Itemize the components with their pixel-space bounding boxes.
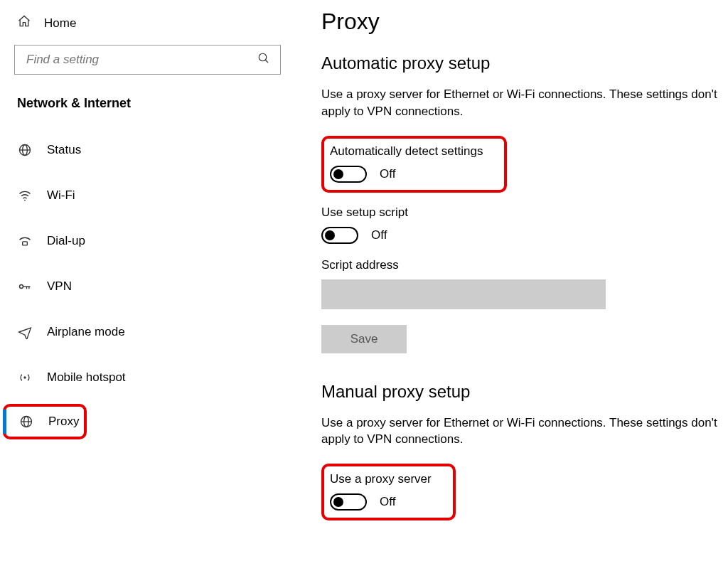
- setup-script-toggle[interactable]: [321, 227, 358, 244]
- sidebar-item-hotspot[interactable]: Mobile hotspot: [0, 358, 284, 397]
- use-proxy-toggle[interactable]: [330, 493, 367, 511]
- sidebar-item-label: Dial-up: [47, 234, 85, 248]
- script-address-label: Script address: [321, 258, 721, 272]
- use-proxy-group: Use a proxy server Off: [321, 464, 456, 520]
- sidebar-item-label: Mobile hotspot: [47, 370, 126, 385]
- sidebar-item-label: Status: [47, 143, 81, 157]
- home-icon: [17, 14, 31, 32]
- setup-script-label: Use setup script: [321, 205, 721, 220]
- globe-icon: [18, 415, 34, 429]
- settings-main: Proxy Automatic proxy setup Use a proxy …: [284, 0, 728, 561]
- save-button: Save: [321, 325, 407, 353]
- script-address-input: [321, 279, 606, 309]
- auto-proxy-desc: Use a proxy server for Ethernet or Wi-Fi…: [321, 86, 719, 120]
- globe-icon: [17, 143, 33, 157]
- sidebar-item-label: Proxy: [48, 415, 79, 429]
- sidebar-item-vpn[interactable]: VPN: [0, 267, 284, 306]
- search-icon: [257, 52, 270, 68]
- sidebar-item-proxy[interactable]: Proxy: [3, 404, 87, 439]
- auto-detect-state: Off: [380, 167, 395, 181]
- svg-point-8: [23, 376, 26, 378]
- use-proxy-label: Use a proxy server: [330, 472, 432, 486]
- sidebar-item-wifi[interactable]: Wi-Fi: [0, 176, 284, 215]
- auto-proxy-heading: Automatic proxy setup: [321, 53, 721, 73]
- dialup-icon: [17, 234, 33, 248]
- svg-rect-6: [23, 242, 28, 245]
- sidebar-item-dialup[interactable]: Dial-up: [0, 222, 284, 260]
- use-proxy-state: Off: [380, 495, 395, 509]
- svg-line-1: [265, 60, 268, 63]
- auto-detect-group: Automatically detect settings Off: [321, 136, 507, 193]
- svg-point-5: [24, 200, 26, 201]
- sidebar-item-label: Wi-Fi: [47, 188, 75, 203]
- svg-point-0: [259, 53, 267, 61]
- home-label: Home: [44, 16, 76, 31]
- svg-point-7: [20, 285, 23, 289]
- sidebar-item-label: Airplane mode: [47, 325, 125, 339]
- sidebar-item-status[interactable]: Status: [0, 131, 284, 169]
- airplane-icon: [17, 325, 33, 339]
- search-input[interactable]: [25, 52, 238, 68]
- setup-script-state: Off: [371, 228, 387, 242]
- sidebar-section-header: Network & Internet: [0, 86, 284, 127]
- setup-script-group: Use setup script Off: [321, 205, 721, 244]
- manual-proxy-heading: Manual proxy setup: [321, 382, 721, 402]
- home-nav[interactable]: Home: [0, 10, 284, 42]
- sidebar-item-airplane[interactable]: Airplane mode: [0, 313, 284, 351]
- auto-detect-toggle[interactable]: [330, 166, 367, 183]
- manual-proxy-desc: Use a proxy server for Ethernet or Wi-Fi…: [321, 415, 719, 449]
- hotspot-icon: [17, 370, 33, 385]
- sidebar-nav-list: Status Wi-Fi Dial-up VPN Airplane mode: [0, 127, 284, 439]
- settings-sidebar: Home Network & Internet Status Wi-Fi Dia…: [0, 0, 284, 561]
- sidebar-item-label: VPN: [47, 279, 72, 294]
- vpn-icon: [17, 279, 33, 294]
- auto-detect-label: Automatically detect settings: [330, 144, 483, 159]
- wifi-icon: [17, 188, 33, 203]
- page-title: Proxy: [321, 9, 721, 35]
- settings-search[interactable]: [14, 45, 281, 75]
